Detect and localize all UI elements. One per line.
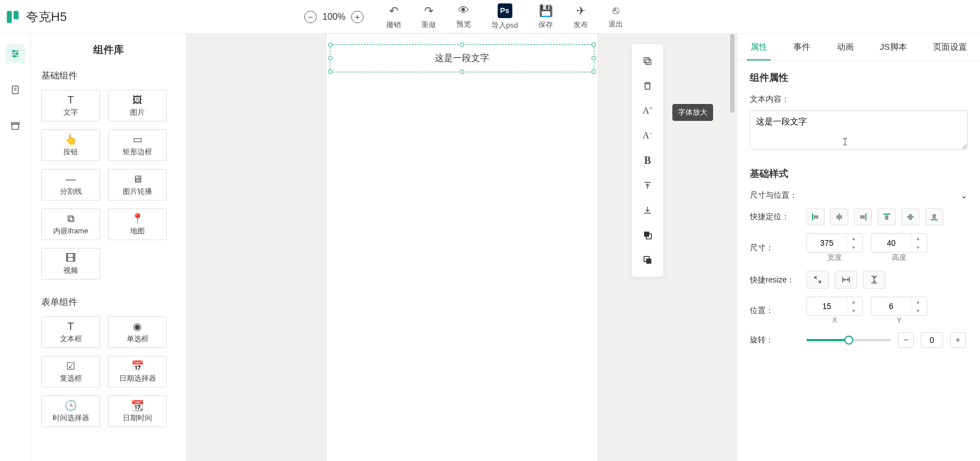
redo-icon: ↷: [424, 4, 434, 18]
rotate-minus-button[interactable]: −: [898, 332, 914, 348]
y-down[interactable]: ▼: [912, 306, 925, 315]
x-up[interactable]: ▲: [847, 297, 860, 306]
align-left-icon: [811, 213, 819, 221]
send-back-button[interactable]: [632, 247, 663, 272]
font-decrease-button[interactable]: A−: [632, 123, 663, 148]
canvas[interactable]: 这是一段文字: [326, 34, 598, 461]
component-icon: —: [66, 173, 76, 185]
align-vcenter-button[interactable]: [901, 208, 919, 225]
component-label: 地图: [130, 226, 145, 236]
undo-label: 撤销: [386, 20, 401, 30]
resize-handle[interactable]: [328, 56, 333, 60]
inspector-panel: 属性 事件 动画 JS脚本 页面设置 组件属性 文本内容： 𝙸 基础样式 尺寸与…: [737, 34, 980, 461]
import-psd-button[interactable]: Ps 导入psd: [491, 3, 518, 31]
zoom-out-button[interactable]: −: [304, 11, 317, 23]
resize-handle[interactable]: [460, 69, 464, 74]
form-component-4[interactable]: 🕒时间选择器: [41, 395, 100, 427]
font-increase-button[interactable]: A+: [632, 98, 663, 123]
undo-button[interactable]: ↶ 撤销: [386, 4, 401, 30]
tab-page-settings[interactable]: 页面设置: [930, 42, 970, 53]
exit-button[interactable]: ⎋ 退出: [608, 4, 623, 29]
rotate-slider[interactable]: [806, 339, 891, 341]
save-button[interactable]: 💾 保存: [538, 4, 553, 30]
component-label: 单选框: [127, 334, 149, 344]
font-decrease-icon: A−: [643, 131, 653, 141]
basic-component-5[interactable]: 🖥图片轮播: [108, 169, 167, 201]
form-component-2[interactable]: ☑复选框: [41, 356, 100, 388]
x-down[interactable]: ▼: [847, 306, 860, 315]
properties-panel: 组件属性 文本内容： 𝙸 基础样式 尺寸与位置： ⌄ 快捷定位：: [737, 61, 980, 366]
scrollbar-thumb[interactable]: [730, 34, 735, 113]
basic-component-7[interactable]: 📍地图: [108, 208, 167, 240]
tab-animation[interactable]: 动画: [834, 42, 857, 53]
selected-text-element[interactable]: 这是一段文字: [330, 44, 594, 72]
basic-component-4[interactable]: —分割线: [41, 169, 100, 201]
publish-button[interactable]: ✈ 发布: [573, 4, 588, 30]
delete-button[interactable]: [632, 73, 663, 98]
copy-button[interactable]: [632, 49, 663, 73]
align-right-button[interactable]: [854, 208, 872, 225]
resize-handle[interactable]: [592, 56, 596, 60]
width-up[interactable]: ▲: [847, 234, 860, 243]
rail-templates[interactable]: [6, 116, 25, 136]
height-input-wrap: ▲▼: [871, 233, 927, 253]
rail-pages[interactable]: [6, 80, 25, 99]
align-top-button[interactable]: [632, 173, 663, 198]
resize-v-button[interactable]: [863, 271, 886, 289]
align-hcenter-icon: [835, 213, 843, 221]
basic-component-3[interactable]: ▭矩形边框: [108, 129, 167, 161]
y-sublabel: Y: [871, 316, 927, 324]
align-top-button[interactable]: [878, 208, 896, 225]
align-bottom-button[interactable]: [925, 208, 943, 225]
component-label: 文字: [63, 107, 78, 118]
tab-js[interactable]: JS脚本: [877, 42, 910, 53]
preview-button[interactable]: 👁 预览: [456, 4, 471, 29]
rail-components[interactable]: [6, 44, 25, 63]
basic-component-2[interactable]: 👆按钮: [41, 129, 100, 161]
resize-handle[interactable]: [328, 42, 333, 47]
resize-both-button[interactable]: [806, 271, 829, 289]
tab-properties[interactable]: 属性: [747, 42, 771, 60]
width-input[interactable]: [807, 238, 847, 247]
bold-button[interactable]: B: [632, 148, 663, 173]
height-down[interactable]: ▼: [912, 243, 925, 252]
align-bottom-button[interactable]: [632, 198, 663, 223]
component-icon: 👆: [64, 133, 77, 146]
resize-h-icon: [841, 275, 851, 284]
align-left-button[interactable]: [806, 208, 824, 225]
rotate-value-input[interactable]: [921, 332, 943, 348]
slider-knob[interactable]: [844, 336, 853, 345]
height-input[interactable]: [871, 238, 911, 247]
rotate-plus-button[interactable]: +: [950, 332, 966, 348]
width-down[interactable]: ▼: [847, 243, 860, 252]
form-component-1[interactable]: ◉单选框: [108, 316, 167, 348]
resize-handle[interactable]: [592, 42, 596, 47]
basic-component-6[interactable]: ⧉内嵌iframe: [41, 208, 100, 240]
component-props-heading: 组件属性: [750, 71, 968, 84]
height-up[interactable]: ▲: [912, 234, 925, 243]
basic-component-1[interactable]: 🖼图片: [108, 90, 167, 121]
x-input[interactable]: [807, 302, 847, 311]
component-label: 文本框: [60, 334, 82, 344]
form-component-5[interactable]: 📆日期时间: [108, 395, 167, 427]
redo-button[interactable]: ↷ 重做: [421, 4, 436, 30]
basic-component-8[interactable]: 🎞视频: [41, 248, 100, 280]
y-input[interactable]: [871, 302, 911, 311]
form-component-0[interactable]: T文本框: [41, 316, 100, 348]
component-icon: 🖼: [132, 94, 143, 106]
resize-handle[interactable]: [328, 69, 333, 74]
tab-events[interactable]: 事件: [790, 42, 814, 53]
bring-front-button[interactable]: [632, 223, 663, 247]
basic-component-0[interactable]: T文字: [41, 90, 100, 121]
canvas-scrollbar[interactable]: [730, 34, 736, 461]
zoom-in-button[interactable]: +: [351, 11, 364, 23]
resize-handle[interactable]: [592, 69, 596, 74]
form-component-3[interactable]: 📅日期选择器: [108, 356, 167, 388]
component-icon: 📅: [131, 360, 144, 372]
resize-handle[interactable]: [460, 42, 464, 47]
align-hcenter-button[interactable]: [830, 208, 848, 225]
size-pos-section-toggle[interactable]: 尺寸与位置： ⌄: [750, 190, 968, 201]
text-content-input[interactable]: [750, 110, 968, 150]
y-up[interactable]: ▲: [912, 297, 925, 306]
resize-h-button[interactable]: [835, 271, 857, 289]
